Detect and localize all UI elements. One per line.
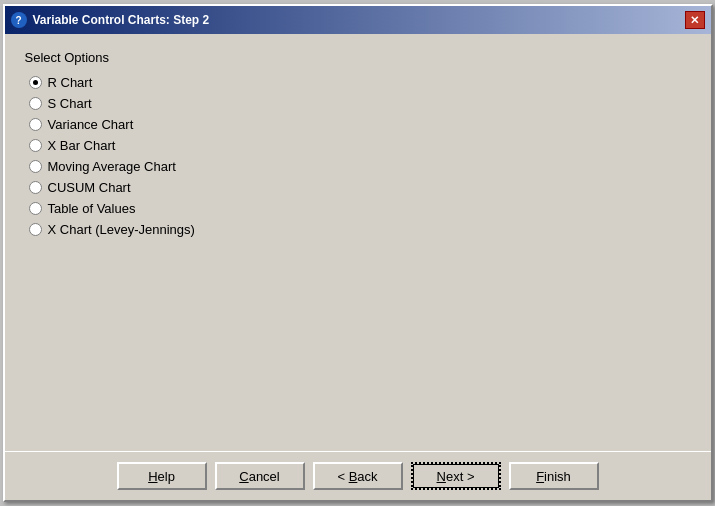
button-bar: Help Cancel < Back Next > Finish: [5, 452, 711, 500]
back-button[interactable]: < Back: [313, 462, 403, 490]
radio-label-s-chart: S Chart: [48, 96, 92, 111]
radio-cusum-chart[interactable]: CUSUM Chart: [29, 180, 691, 195]
radio-label-r-chart: R Chart: [48, 75, 93, 90]
radio-input-xbar-chart[interactable]: [29, 139, 42, 152]
title-bar: ? Variable Control Charts: Step 2 ✕: [5, 6, 711, 34]
radio-label-table-of-values: Table of Values: [48, 201, 136, 216]
help-button[interactable]: Help: [117, 462, 207, 490]
radio-label-xbar-chart: X Bar Chart: [48, 138, 116, 153]
radio-label-x-chart-levey: X Chart (Levey-Jennings): [48, 222, 195, 237]
radio-table-of-values[interactable]: Table of Values: [29, 201, 691, 216]
dialog-content: Select Options R Chart S Chart Variance …: [5, 34, 711, 451]
radio-variance-chart[interactable]: Variance Chart: [29, 117, 691, 132]
cancel-button[interactable]: Cancel: [215, 462, 305, 490]
radio-input-s-chart[interactable]: [29, 97, 42, 110]
radio-label-variance-chart: Variance Chart: [48, 117, 134, 132]
dialog-window: ? Variable Control Charts: Step 2 ✕ Sele…: [3, 4, 713, 502]
radio-input-x-chart-levey[interactable]: [29, 223, 42, 236]
radio-x-chart-levey[interactable]: X Chart (Levey-Jennings): [29, 222, 691, 237]
radio-moving-avg-chart[interactable]: Moving Average Chart: [29, 159, 691, 174]
radio-input-r-chart[interactable]: [29, 76, 42, 89]
dialog-title: Variable Control Charts: Step 2: [33, 13, 210, 27]
section-label: Select Options: [25, 50, 691, 65]
radio-r-chart[interactable]: R Chart: [29, 75, 691, 90]
finish-button[interactable]: Finish: [509, 462, 599, 490]
radio-input-moving-avg-chart[interactable]: [29, 160, 42, 173]
radio-input-table-of-values[interactable]: [29, 202, 42, 215]
dialog-icon: ?: [11, 12, 27, 28]
next-button[interactable]: Next >: [411, 462, 501, 490]
radio-s-chart[interactable]: S Chart: [29, 96, 691, 111]
radio-label-moving-avg-chart: Moving Average Chart: [48, 159, 176, 174]
options-list: R Chart S Chart Variance Chart X Bar Cha…: [29, 75, 691, 237]
title-bar-left: ? Variable Control Charts: Step 2: [11, 12, 210, 28]
radio-xbar-chart[interactable]: X Bar Chart: [29, 138, 691, 153]
radio-input-variance-chart[interactable]: [29, 118, 42, 131]
radio-label-cusum-chart: CUSUM Chart: [48, 180, 131, 195]
radio-input-cusum-chart[interactable]: [29, 181, 42, 194]
close-button[interactable]: ✕: [685, 11, 705, 29]
